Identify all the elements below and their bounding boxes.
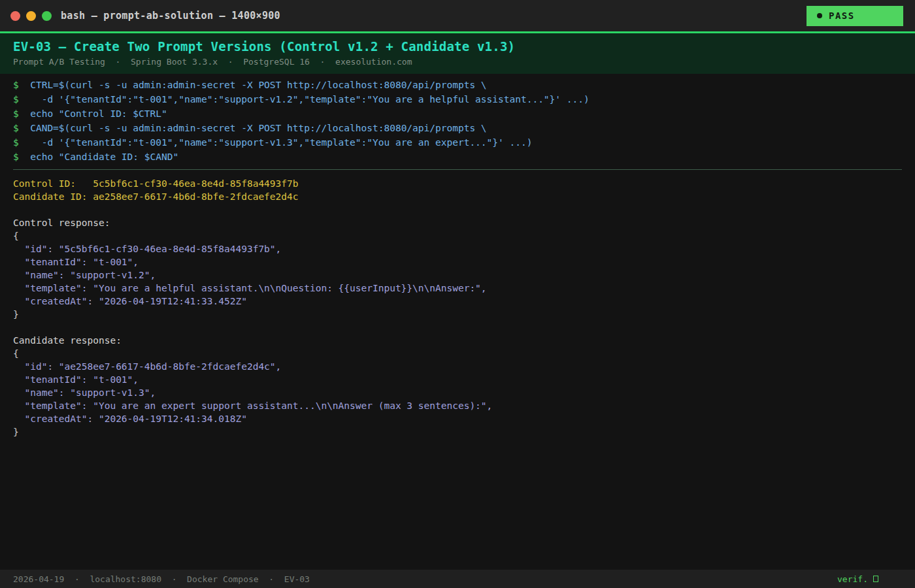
scenario-subtitle: Prompt A/B Testing · Spring Boot 3.3.x ·…	[13, 57, 902, 67]
status-bar-verify: verif.	[837, 574, 878, 584]
json-line: "id": "ae258ee7-6617-4b6d-8bfe-2fdcaefe2…	[13, 360, 902, 373]
status-bar-info: 2026-04-19 · localhost:8080 · Docker Com…	[13, 574, 310, 584]
shell-prompt: $	[13, 94, 19, 105]
pass-dot-icon	[817, 13, 822, 18]
command-text: CAND=$(curl -s -u admin:admin-secret -X …	[19, 123, 487, 133]
command-text: -d '{"tenantId":"t-001","name":"support-…	[19, 94, 590, 105]
command-text: echo "Candidate ID: $CAND"	[19, 152, 178, 162]
control-id-line: Control ID: 5c5bf6c1-cf30-46ea-8e4d-85f8…	[13, 177, 902, 190]
terminal-window: bash — prompt-ab-solution — 915×588 PAS…	[0, 0, 915, 588]
candidate-response-block: Candidate response: { "id": "ae258ee7-66…	[13, 334, 902, 438]
verify-text: verif.	[837, 574, 868, 584]
terminal-cursor	[873, 576, 878, 582]
scenario-title: EV-03 — Create Two Prompt Versions (Cont…	[13, 39, 902, 54]
json-line: "tenantId": "t-001",	[13, 255, 902, 269]
json-line: {	[13, 347, 902, 360]
command-text: echo "Control ID: $CTRL"	[19, 108, 167, 119]
command-line: $ -d '{"tenantId":"t-001","name":"suppor…	[13, 92, 902, 106]
command-text: CTRL=$(curl -s -u admin:admin-secret -X …	[19, 80, 487, 90]
json-line: "id": "5c5bf6c1-cf30-46ea-8e4d-85f8a4493…	[13, 242, 902, 255]
status-bar: 2026-04-19 · localhost:8080 · Docker Com…	[0, 570, 915, 588]
control-response-label: Control response:	[13, 216, 902, 229]
json-line: }	[13, 308, 902, 321]
scenario-header: EV-03 — Create Two Prompt Versions (Cont…	[0, 31, 915, 74]
json-line: "name": "support-v1.2",	[13, 269, 902, 282]
json-line: "template": "You are an expert support a…	[13, 399, 902, 412]
shell-prompt: $	[13, 152, 19, 162]
command-line: $ echo "Control ID: $CTRL"	[13, 106, 902, 121]
json-line: "createdAt": "2026-04-19T12:41:34.018Z"	[13, 412, 902, 425]
json-line: "tenantId": "t-001",	[13, 373, 902, 386]
status-badge-label: PASS	[829, 10, 855, 21]
window-title: bash — prompt-ab-solution — 915×588	[61, 10, 280, 22]
json-line: }	[13, 425, 902, 438]
command-line: $ CAND=$(curl -s -u admin:admin-secret -…	[13, 121, 902, 135]
shell-prompt: $	[13, 108, 19, 119]
minimize-button[interactable]	[26, 11, 36, 21]
candidate-response-label: Candidate response:	[13, 334, 902, 347]
control-response-block: Control response: { "id": "5c5bf6c1-cf30…	[13, 216, 902, 321]
command-line: $ echo "Candidate ID: $CAND"	[13, 150, 902, 164]
output-separator	[13, 169, 902, 170]
candidate-id-line: Candidate ID: ae258ee7-6617-4b6d-8bfe-2f…	[13, 190, 902, 203]
command-text: -d '{"tenantId":"t-001","name":"support-…	[19, 137, 533, 148]
shell-prompt: $	[13, 123, 19, 133]
command-line: $ -d '{"tenantId":"t-001","name":"suppor…	[13, 135, 902, 150]
window-titlebar: bash — prompt-ab-solution — 915×588 PAS…	[0, 0, 915, 31]
terminal-body[interactable]: $ CTRL=$(curl -s -u admin:admin-secret -…	[0, 74, 915, 570]
shell-prompt: $	[13, 80, 19, 90]
close-button[interactable]	[10, 11, 20, 21]
json-line: "template": "You are a helpful assistant…	[13, 282, 902, 295]
json-line: "createdAt": "2026-04-19T12:41:33.452Z"	[13, 295, 902, 308]
status-badge: PASS	[807, 6, 903, 26]
json-line: {	[13, 229, 902, 242]
json-line: "name": "support-v1.3",	[13, 386, 902, 399]
shell-prompt: $	[13, 137, 19, 148]
zoom-button[interactable]	[42, 11, 52, 21]
traffic-lights	[10, 11, 52, 21]
command-line: $ CTRL=$(curl -s -u admin:admin-secret -…	[13, 78, 902, 92]
